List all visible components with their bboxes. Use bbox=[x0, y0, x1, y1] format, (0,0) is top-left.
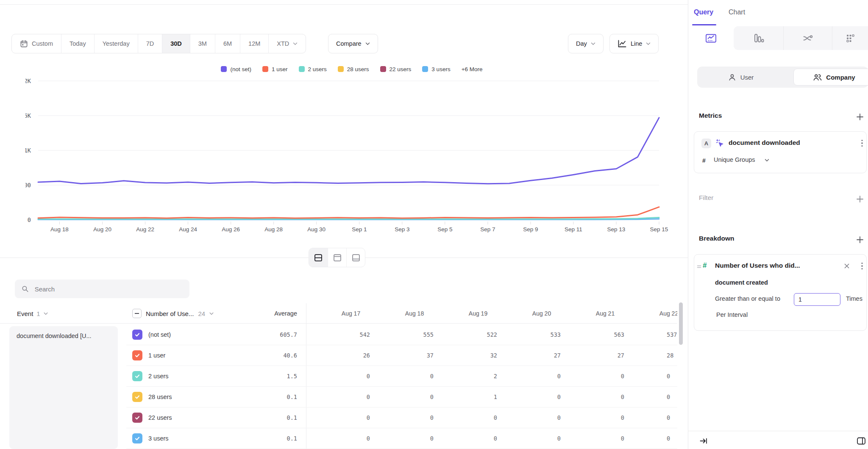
compare-button[interactable]: Compare bbox=[328, 34, 378, 53]
interval-label: Day bbox=[576, 40, 587, 47]
user-icon bbox=[728, 73, 736, 81]
series-value: 28 bbox=[667, 345, 677, 366]
search-input[interactable] bbox=[34, 285, 183, 293]
scope-company[interactable]: Company bbox=[793, 69, 868, 86]
series-value: 0 bbox=[497, 387, 561, 407]
svg-text:0: 0 bbox=[28, 216, 31, 223]
series-checkbox[interactable] bbox=[132, 413, 142, 423]
breakdown-card[interactable]: # Number of Users who did... document cr… bbox=[694, 254, 867, 331]
tab-chart[interactable]: Chart bbox=[729, 8, 745, 16]
legend-swatch bbox=[221, 66, 227, 72]
series-average: 1.5 bbox=[234, 366, 297, 387]
line-chart[interactable]: 05001K1.5K2KAug 18Aug 20Aug 22Aug 24Aug … bbox=[25, 76, 678, 234]
series-label: 22 users bbox=[148, 407, 172, 428]
series-checkbox[interactable] bbox=[132, 350, 142, 360]
flows-icon bbox=[802, 33, 813, 43]
chart-type-bar[interactable] bbox=[734, 26, 783, 50]
chart-type-flows[interactable] bbox=[783, 26, 832, 50]
series-value: 0 bbox=[561, 407, 624, 428]
legend-item[interactable]: 2 users bbox=[299, 66, 327, 72]
range-7d[interactable]: 7D bbox=[138, 34, 163, 53]
close-icon[interactable] bbox=[843, 263, 850, 269]
chevron-down-icon[interactable] bbox=[765, 159, 769, 162]
active-tab-underline bbox=[692, 24, 716, 25]
add-breakdown-button[interactable] bbox=[855, 235, 865, 245]
legend-more[interactable]: +6 More bbox=[462, 66, 483, 72]
series-value: 0 bbox=[561, 387, 624, 407]
svg-text:Sep 13: Sep 13 bbox=[607, 226, 626, 233]
metrics-heading: Metrics bbox=[699, 112, 722, 121]
range-today[interactable]: Today bbox=[61, 34, 95, 53]
series-value: 555 bbox=[370, 324, 434, 345]
svg-text:Aug 22: Aug 22 bbox=[136, 226, 154, 233]
chart-type-line[interactable] bbox=[688, 26, 734, 50]
series-average: 0.1 bbox=[234, 428, 297, 449]
range-30d[interactable]: 30D bbox=[162, 34, 190, 53]
series-row: 2 users1.5002000 bbox=[126, 366, 677, 387]
svg-text:Sep 9: Sep 9 bbox=[523, 226, 538, 233]
tab-query[interactable]: Query bbox=[694, 8, 713, 16]
series-value: 0 bbox=[561, 428, 624, 449]
event-count: 1 bbox=[36, 310, 40, 317]
layout-chart-button[interactable] bbox=[328, 248, 346, 267]
scope-company-label: Company bbox=[826, 74, 855, 81]
svg-text:Sep 11: Sep 11 bbox=[565, 226, 582, 233]
add-filter-button[interactable] bbox=[855, 194, 865, 204]
series-value: 0 bbox=[306, 428, 370, 449]
breakdown-table: Event 1 Number of Use... 24 Average Aug … bbox=[0, 302, 677, 449]
layout-table-button[interactable] bbox=[346, 248, 365, 267]
series-value: 0 bbox=[370, 366, 434, 387]
side-panel-button[interactable] bbox=[856, 436, 866, 446]
legend-swatch bbox=[422, 66, 428, 72]
series-value: 26 bbox=[306, 345, 370, 366]
svg-text:2K: 2K bbox=[25, 78, 31, 84]
legend-item[interactable]: 1 user bbox=[262, 66, 288, 72]
range-12m[interactable]: 12M bbox=[240, 34, 269, 53]
range-label: Yesterday bbox=[103, 40, 130, 47]
legend-item[interactable]: 3 users bbox=[422, 66, 450, 72]
table-scrollbar[interactable] bbox=[679, 302, 683, 345]
series-checkbox[interactable] bbox=[132, 392, 142, 402]
chart-type-grid[interactable] bbox=[832, 26, 868, 50]
breakdown-event: document created bbox=[715, 279, 768, 286]
range-yesterday[interactable]: Yesterday bbox=[95, 34, 138, 53]
metric-card[interactable]: A document downloaded # Unique Groups bbox=[694, 131, 867, 173]
event-row[interactable]: document downloaded [U... bbox=[9, 326, 118, 449]
breakdown-menu-kebab-icon[interactable] bbox=[859, 261, 865, 271]
svg-text:Aug 26: Aug 26 bbox=[222, 226, 240, 233]
series-value: 542 bbox=[306, 324, 370, 345]
date-column-header: Aug 18 bbox=[383, 303, 446, 324]
series-checkbox[interactable] bbox=[132, 371, 142, 381]
range-xtd[interactable]: XTD bbox=[269, 34, 306, 53]
event-column-header[interactable]: Event 1 bbox=[17, 303, 48, 324]
series-value: 0 bbox=[306, 366, 370, 387]
series-row: (not set)605.7542555522533563537 bbox=[126, 324, 677, 345]
series-checkbox[interactable] bbox=[132, 330, 142, 340]
layout-split-button[interactable] bbox=[309, 248, 328, 267]
scope-user[interactable]: User bbox=[697, 73, 785, 81]
select-all-checkbox[interactable] bbox=[132, 309, 142, 318]
series-checkbox[interactable] bbox=[132, 433, 142, 443]
condition-value-input[interactable] bbox=[794, 293, 840, 306]
legend-item[interactable]: 28 users bbox=[338, 66, 369, 72]
legend-item[interactable]: (not set) bbox=[221, 66, 251, 72]
series-value: 0 bbox=[497, 407, 561, 428]
measure-dropdown[interactable]: Unique Groups bbox=[714, 156, 755, 163]
range-3m[interactable]: 3M bbox=[190, 34, 215, 53]
measure-hash-icon: # bbox=[702, 157, 706, 164]
metric-menu-kebab-icon[interactable] bbox=[859, 139, 865, 148]
series-label: (not set) bbox=[148, 324, 171, 345]
collapse-panel-button[interactable] bbox=[698, 436, 709, 446]
legend-item[interactable]: 22 users bbox=[380, 66, 412, 72]
range-custom[interactable]: Custom bbox=[12, 34, 61, 53]
interval-label: Per Interval bbox=[716, 311, 748, 318]
range-6m[interactable]: 6M bbox=[215, 34, 240, 53]
legend-swatch bbox=[299, 66, 305, 72]
svg-text:Sep 3: Sep 3 bbox=[395, 226, 409, 233]
interval-button[interactable]: Day bbox=[568, 34, 604, 53]
line-chart-icon bbox=[705, 33, 717, 44]
drag-handle-icon[interactable] bbox=[696, 264, 702, 269]
add-metric-button[interactable] bbox=[855, 112, 865, 122]
chart-style-button[interactable]: Line bbox=[609, 34, 659, 53]
series-value: 32 bbox=[434, 345, 497, 366]
